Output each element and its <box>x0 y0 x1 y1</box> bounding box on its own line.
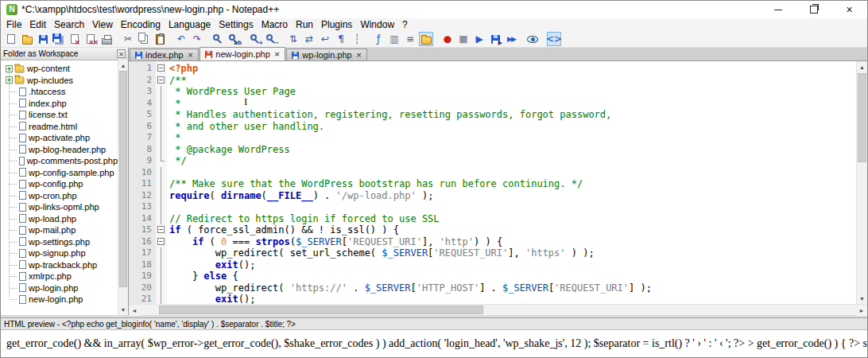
tree-item-wp-login.php[interactable]: wp-login.php <box>1 282 118 294</box>
menu-item-search[interactable]: Search <box>50 19 88 30</box>
editor-hscrollbar[interactable]: ◄ ► <box>129 305 867 315</box>
new-file-button[interactable] <box>4 32 18 46</box>
expand-icon[interactable]: + <box>6 76 13 84</box>
record-macro-button[interactable]: ● <box>440 32 455 46</box>
code-line[interactable]: */ <box>169 155 856 167</box>
menu-item-encoding[interactable]: Encoding <box>117 19 165 30</box>
tree-item-wp-mail.php[interactable]: wp-mail.php <box>1 224 118 236</box>
function-list-button[interactable]: ƒ <box>371 32 386 46</box>
code-line[interactable]: * Handles authentication, registering, r… <box>169 109 856 121</box>
menu-item-file[interactable]: File <box>2 19 25 30</box>
fold-collapse-icon[interactable]: − <box>157 64 165 72</box>
menu-item-edit[interactable]: Edit <box>25 19 50 30</box>
code-line[interactable]: // Redirect to https login if forced to … <box>169 213 856 225</box>
restore-down-button[interactable] <box>796 1 831 18</box>
tree-item-.htaccess[interactable]: .htaccess <box>1 86 118 98</box>
find-button[interactable] <box>211 32 226 46</box>
tree-scrollbar[interactable]: ▲ ▼ <box>118 60 128 315</box>
open-file-button[interactable] <box>20 32 34 46</box>
menu-item-help[interactable]: ? <box>398 19 412 30</box>
code-line[interactable]: /** <box>169 75 856 87</box>
code-line[interactable]: * <box>169 132 856 144</box>
code-line[interactable]: wp_redirect( set_url_scheme( $_SERVER['R… <box>169 247 856 259</box>
replace-button[interactable]: ab <box>227 32 242 46</box>
tree-item-wp-load.php[interactable]: wp-load.php <box>1 213 118 225</box>
fold-marker[interactable]: − <box>156 236 167 248</box>
menu-item-settings[interactable]: Settings <box>215 19 257 30</box>
tree-scroll-thumb[interactable] <box>119 71 127 287</box>
title-bar[interactable]: N *C:\xampp\htdocs\test\wordpress\new-lo… <box>1 1 867 18</box>
paste-button[interactable] <box>153 32 167 46</box>
tree-item-wp-trackback.php[interactable]: wp-trackback.php <box>1 259 118 271</box>
tree-item-wp-config-sample.php[interactable]: wp-config-sample.php <box>1 167 118 179</box>
tree-scroll-down-icon[interactable]: ▼ <box>118 304 128 315</box>
close-file-button[interactable] <box>68 32 82 46</box>
tab-new-login.php[interactable]: new-login.php× <box>200 47 285 60</box>
editor-vscrollbar[interactable]: ▲ ▼ <box>856 61 867 304</box>
tree-item-new-login.php[interactable]: new-login.php <box>1 294 118 305</box>
tree-item-wp-includes[interactable]: +wp-includes <box>1 75 118 87</box>
tree-item-wp-activate.php[interactable]: wp-activate.php <box>1 132 118 144</box>
save-all-button[interactable] <box>52 32 66 46</box>
minimize-button[interactable] <box>760 1 796 18</box>
tree-item-wp-links-opml.php[interactable]: wp-links-opml.php <box>1 201 118 213</box>
code-line[interactable]: require( dirname(__FILE__) . '/wp-load.p… <box>169 190 856 202</box>
zoom-in-button[interactable]: + <box>249 32 263 46</box>
document-map-button[interactable]: ▥ <box>387 32 401 46</box>
monitoring-button[interactable] <box>525 32 540 46</box>
tree-item-wp-blog-header.php[interactable]: wp-blog-header.php <box>1 144 118 156</box>
workspace-panel-close-icon[interactable]: × <box>117 49 126 58</box>
menu-item-plugins[interactable]: Plugins <box>317 19 356 30</box>
close-all-button[interactable] <box>83 32 98 46</box>
indent-guide-button[interactable]: ┆ <box>350 32 364 46</box>
tree-item-readme.html[interactable]: readme.html <box>1 121 118 133</box>
code-line[interactable]: if ( force_ssl_admin() && ! is_ssl() ) { <box>169 224 856 236</box>
workspace-panel-header[interactable]: Folder as Workspace × <box>1 48 128 60</box>
code-line[interactable]: } else { <box>169 270 856 282</box>
fold-marker[interactable]: − <box>156 224 167 236</box>
show-all-characters-button[interactable]: ¶ <box>334 32 348 46</box>
code-line[interactable]: wp_redirect( 'https://' . $_SERVER['HTTP… <box>169 282 856 294</box>
fold-collapse-icon[interactable]: − <box>157 238 165 245</box>
tree-item-index.php[interactable]: index.php <box>1 98 118 110</box>
word-wrap-button[interactable]: ↩ <box>318 32 332 46</box>
stop-macro-button[interactable]: ■ <box>456 32 471 46</box>
code-area[interactable]: <?php/** * WordPress User Page * * Handl… <box>167 61 856 304</box>
tree-item-xmlrpc.php[interactable]: xmlrpc.php <box>1 270 118 282</box>
sync-vertical-scrolling-button[interactable]: ⇅ <box>286 32 300 46</box>
tab-close-icon[interactable]: × <box>355 52 363 59</box>
fold-marker[interactable]: − <box>156 75 167 87</box>
tree-item-wp-signup.php[interactable]: wp-signup.php <box>1 247 118 259</box>
tree-item-wp-content[interactable]: +wp-content <box>1 63 118 75</box>
code-line[interactable] <box>169 201 856 213</box>
code-line[interactable]: * <box>169 98 856 110</box>
copy-button[interactable] <box>137 32 151 46</box>
code-line[interactable]: <?php <box>169 63 856 75</box>
expand-icon[interactable]: + <box>6 65 13 72</box>
zoom-out-button[interactable]: − <box>265 32 279 46</box>
editor-vscroll-thumb[interactable] <box>858 73 866 162</box>
code-line[interactable] <box>169 167 856 179</box>
menu-item-view[interactable]: View <box>88 19 117 30</box>
folder-as-workspace-button[interactable] <box>419 32 433 46</box>
scroll-right-icon[interactable]: ► <box>856 305 867 316</box>
editor-scroll-down-icon[interactable]: ▼ <box>857 293 867 304</box>
tab-index.php[interactable]: index.php× <box>130 49 199 60</box>
tab-close-icon[interactable]: × <box>187 52 195 59</box>
redo-button[interactable]: ↷ <box>190 32 204 46</box>
html-preview-button[interactable]: <> <box>547 32 561 46</box>
editor-scroll-up-icon[interactable]: ▲ <box>857 61 867 72</box>
menu-item-language[interactable]: Language <box>165 19 215 30</box>
fold-marker[interactable]: − <box>156 63 167 75</box>
undo-button[interactable]: ↶ <box>174 32 188 46</box>
menu-item-macro[interactable]: Macro <box>258 19 292 30</box>
tree-item-license.txt[interactable]: license.txt <box>1 109 118 121</box>
sync-horizontal-scrolling-button[interactable]: ⇄ <box>302 32 316 46</box>
tab-close-icon[interactable]: × <box>273 51 281 58</box>
play-macro-button[interactable]: ▶ <box>472 32 486 46</box>
code-line[interactable]: * and other user handling. <box>169 121 856 133</box>
hscroll-track[interactable] <box>140 305 856 315</box>
tab-wp-login.php[interactable]: wp-login.php× <box>286 49 367 60</box>
fold-collapse-icon[interactable]: − <box>157 76 165 84</box>
fold-collapse-icon[interactable]: − <box>157 226 165 233</box>
